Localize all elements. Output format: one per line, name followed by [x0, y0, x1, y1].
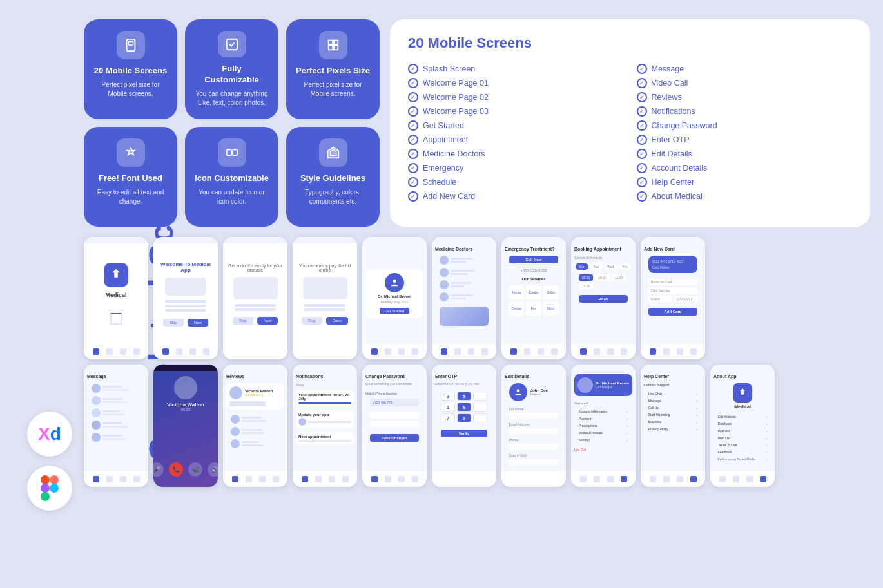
password-input[interactable]: [370, 412, 420, 419]
info-line: [451, 298, 466, 299]
name-input[interactable]: Name on Card: [648, 279, 698, 285]
phone-splash: Medical: [84, 237, 148, 359]
bottom-bar: [293, 471, 357, 487]
about-item[interactable]: Database ›: [718, 422, 768, 426]
phone-content: Notifications Today Your appointment for…: [293, 371, 357, 471]
message-item: [92, 408, 141, 417]
otp-cell[interactable]: 6: [457, 403, 471, 412]
email-input[interactable]: [509, 428, 559, 435]
services-grid: Neuro Cardio Ortho Dental Eye More: [509, 285, 559, 316]
confirm-password-input[interactable]: [370, 421, 420, 427]
help-item[interactable]: Start Marketing ›: [648, 413, 698, 417]
account-menu-item[interactable]: Account Information ›: [579, 410, 628, 413]
end-call-btn[interactable]: 📞: [169, 462, 183, 477]
add-card-btn[interactable]: Add Card: [648, 308, 698, 316]
help-item[interactable]: Message ›: [648, 399, 698, 403]
about-item[interactable]: Follow us on Social Media ›: [718, 457, 768, 461]
call-duration: 00:25: [180, 408, 190, 412]
verify-btn[interactable]: Verify: [441, 430, 487, 437]
name: [102, 386, 122, 388]
about-item[interactable]: Edit Website ›: [718, 415, 768, 419]
phone-welcome: Welcome To Medical App Skip Next: [153, 237, 218, 359]
feature-card-4: Free! Font Used Easy to edit all text an…: [84, 127, 177, 227]
get-started-btn[interactable]: Get Started: [380, 308, 410, 314]
msg: [102, 438, 126, 440]
help-item[interactable]: Call Us ›: [648, 406, 698, 410]
field-label: Date of Birth: [509, 453, 559, 457]
help-item[interactable]: Business ›: [648, 420, 698, 424]
about-item[interactable]: Feedback ›: [718, 450, 768, 454]
video-btn[interactable]: 📹: [188, 462, 202, 477]
status-bar: [223, 237, 287, 243]
name: [102, 435, 122, 437]
save-changes-btn[interactable]: Save Changes: [370, 434, 420, 442]
skip-btn[interactable]: Skip: [163, 319, 184, 327]
dob-input[interactable]: [509, 459, 559, 466]
msg: [102, 401, 128, 403]
logout-btn[interactable]: Log Out: [574, 448, 586, 451]
speaker-btn[interactable]: 🔊: [208, 462, 218, 477]
bottom-bar: [293, 344, 357, 359]
mute-btn[interactable]: 🎤: [153, 462, 164, 477]
otp-cell[interactable]: [473, 392, 487, 401]
expiry-input[interactable]: Expiry: [648, 296, 672, 302]
time-slot[interactable]: 14:00: [579, 283, 594, 289]
skip-btn[interactable]: Skip: [302, 317, 322, 325]
about-item[interactable]: Partners ›: [718, 429, 768, 433]
chevron: ›: [766, 429, 767, 433]
time-slot-active[interactable]: 09:00: [579, 274, 594, 281]
app-info: Medical: [733, 383, 752, 409]
phones-row-2: Message: [84, 365, 870, 487]
chevron: ›: [766, 450, 767, 454]
phone-input[interactable]: [509, 444, 559, 450]
time-slot[interactable]: 10:00: [595, 274, 610, 281]
heart-icon: [259, 476, 266, 482]
skip-btn[interactable]: Skip: [233, 317, 253, 325]
time-slot[interactable]: 11:00: [612, 274, 626, 281]
phone-input[interactable]: +123 456 789...: [370, 399, 420, 406]
account-menu-item[interactable]: Payment ›: [579, 417, 628, 421]
about-item[interactable]: Web List ›: [718, 436, 768, 440]
search-icon: [594, 348, 600, 355]
done-btn[interactable]: Done: [326, 317, 348, 325]
bottom-bar: [432, 344, 496, 359]
number-input[interactable]: Card Number: [648, 287, 698, 294]
about-item[interactable]: Terms of Use ›: [718, 443, 768, 447]
day-pill[interactable]: Wed: [604, 263, 617, 270]
account-header: Dr. Michael Brown Cardiologist: [574, 374, 632, 396]
otp-cell[interactable]: [473, 413, 487, 422]
profile-text: John Doe Patient: [530, 388, 548, 396]
account-menu-item[interactable]: Prescriptions ›: [579, 424, 628, 428]
otp-cell[interactable]: 7: [441, 413, 455, 422]
otp-cell[interactable]: 5: [457, 392, 471, 401]
fullname-input[interactable]: [509, 413, 559, 419]
menu-label: Account Information: [579, 410, 607, 413]
next-btn[interactable]: Next: [188, 319, 208, 327]
today-label: Today: [296, 383, 304, 387]
account-menu-item[interactable]: Settings ›: [579, 438, 628, 442]
check-icon: ✓: [637, 92, 647, 102]
day-pill-active[interactable]: Mon: [576, 263, 588, 270]
otp-cell[interactable]: [473, 403, 487, 412]
next-btn[interactable]: Next: [257, 317, 278, 325]
heart-icon: [120, 348, 126, 355]
cvv-input[interactable]: CVV/CVV2: [674, 296, 698, 302]
payment-img: [303, 277, 347, 299]
call-btn[interactable]: Call Now: [509, 256, 559, 263]
otp-cell[interactable]: 3: [441, 392, 455, 401]
phone-medicine-doctors: Medicine Doctors: [432, 237, 496, 359]
info-line: [451, 273, 468, 275]
otp-cell[interactable]: 1: [441, 403, 455, 412]
day-pill[interactable]: Tue: [590, 263, 602, 270]
help-label: Live Chat: [648, 392, 662, 395]
help-item[interactable]: Live Chat ›: [648, 392, 698, 395]
loader: [110, 313, 122, 325]
avatar: [92, 408, 101, 417]
day-pill[interactable]: Thu: [619, 263, 631, 270]
account-menu-item[interactable]: Medical Records ›: [579, 431, 628, 435]
otp-cell[interactable]: 9: [457, 413, 471, 422]
help-item[interactable]: Privacy Policy ›: [648, 427, 698, 431]
book-btn[interactable]: Book: [579, 295, 628, 303]
menu-label: Prescriptions: [579, 424, 597, 428]
home-icon: [650, 348, 656, 355]
